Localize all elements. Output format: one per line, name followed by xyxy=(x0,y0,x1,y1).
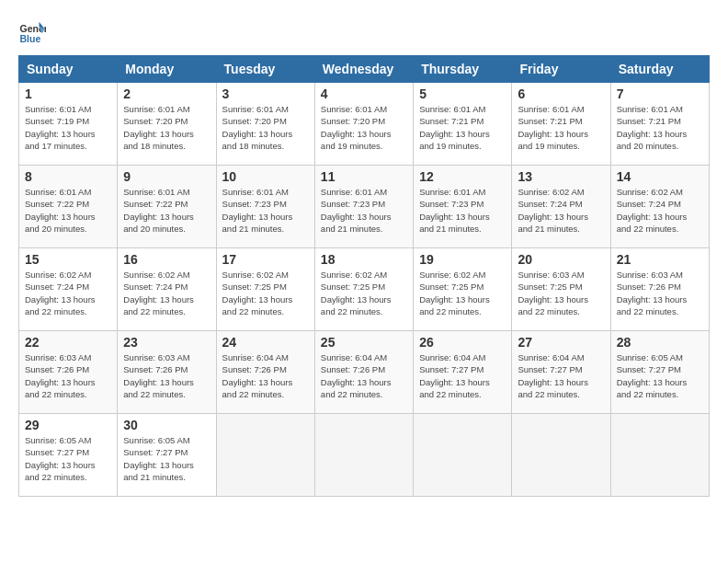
calendar-day-cell: 27 Sunrise: 6:04 AM Sunset: 7:27 PM Dayl… xyxy=(512,331,610,414)
calendar-day-cell: 3 Sunrise: 6:01 AM Sunset: 7:20 PM Dayli… xyxy=(216,83,314,166)
calendar-table: SundayMondayTuesdayWednesdayThursdayFrid… xyxy=(18,55,710,497)
page-header: General Blue xyxy=(18,18,710,46)
day-info: Sunrise: 6:01 AM Sunset: 7:21 PM Dayligh… xyxy=(419,103,506,152)
calendar-day-cell: 28 Sunrise: 6:05 AM Sunset: 7:27 PM Dayl… xyxy=(610,331,709,414)
day-number: 8 xyxy=(25,169,111,184)
calendar-day-cell: 21 Sunrise: 6:03 AM Sunset: 7:26 PM Dayl… xyxy=(610,248,709,331)
day-number: 23 xyxy=(123,335,210,350)
day-of-week-header: Thursday xyxy=(414,56,512,83)
day-info: Sunrise: 6:02 AM Sunset: 7:25 PM Dayligh… xyxy=(419,269,506,317)
calendar-week-row: 1 Sunrise: 6:01 AM Sunset: 7:19 PM Dayli… xyxy=(19,83,710,166)
day-info: Sunrise: 6:02 AM Sunset: 7:25 PM Dayligh… xyxy=(222,269,309,317)
day-info: Sunrise: 6:05 AM Sunset: 7:27 PM Dayligh… xyxy=(617,351,703,400)
day-of-week-header: Monday xyxy=(118,56,216,83)
day-of-week-header: Tuesday xyxy=(216,56,314,83)
calendar-day-cell: 8 Sunrise: 6:01 AM Sunset: 7:22 PM Dayli… xyxy=(19,166,118,248)
calendar-day-cell: 1 Sunrise: 6:01 AM Sunset: 7:19 PM Dayli… xyxy=(19,83,118,166)
day-info: Sunrise: 6:02 AM Sunset: 7:24 PM Dayligh… xyxy=(123,269,210,317)
day-info: Sunrise: 6:01 AM Sunset: 7:21 PM Dayligh… xyxy=(617,103,703,152)
calendar-day-cell xyxy=(414,414,512,497)
calendar-day-cell: 5 Sunrise: 6:01 AM Sunset: 7:21 PM Dayli… xyxy=(414,83,512,166)
calendar-day-cell: 6 Sunrise: 6:01 AM Sunset: 7:21 PM Dayli… xyxy=(512,83,610,166)
logo: General Blue xyxy=(18,18,46,46)
calendar-day-cell: 19 Sunrise: 6:02 AM Sunset: 7:25 PM Dayl… xyxy=(414,248,512,331)
day-of-week-header: Sunday xyxy=(19,56,118,83)
day-of-week-header: Wednesday xyxy=(314,56,413,83)
day-info: Sunrise: 6:05 AM Sunset: 7:27 PM Dayligh… xyxy=(123,434,210,483)
calendar-header-row: SundayMondayTuesdayWednesdayThursdayFrid… xyxy=(19,56,710,83)
day-info: Sunrise: 6:04 AM Sunset: 7:27 PM Dayligh… xyxy=(518,351,604,400)
day-info: Sunrise: 6:01 AM Sunset: 7:22 PM Dayligh… xyxy=(123,186,210,235)
calendar-day-cell: 4 Sunrise: 6:01 AM Sunset: 7:20 PM Dayli… xyxy=(314,83,413,166)
day-number: 28 xyxy=(617,335,703,350)
calendar-day-cell: 7 Sunrise: 6:01 AM Sunset: 7:21 PM Dayli… xyxy=(610,83,709,166)
logo-icon: General Blue xyxy=(18,18,46,46)
day-number: 17 xyxy=(222,252,309,267)
svg-text:Blue: Blue xyxy=(20,33,41,44)
calendar-day-cell: 30 Sunrise: 6:05 AM Sunset: 7:27 PM Dayl… xyxy=(118,414,216,497)
calendar-day-cell: 25 Sunrise: 6:04 AM Sunset: 7:26 PM Dayl… xyxy=(314,331,413,414)
day-info: Sunrise: 6:02 AM Sunset: 7:24 PM Dayligh… xyxy=(617,186,703,235)
day-number: 1 xyxy=(25,86,111,101)
day-number: 30 xyxy=(123,418,210,432)
calendar-day-cell xyxy=(314,414,413,497)
day-number: 6 xyxy=(518,86,604,101)
day-number: 25 xyxy=(321,335,407,350)
day-info: Sunrise: 6:02 AM Sunset: 7:24 PM Dayligh… xyxy=(25,269,111,317)
day-info: Sunrise: 6:03 AM Sunset: 7:26 PM Dayligh… xyxy=(123,351,210,400)
day-number: 20 xyxy=(518,252,604,267)
calendar-week-row: 29 Sunrise: 6:05 AM Sunset: 7:27 PM Dayl… xyxy=(19,414,710,497)
day-info: Sunrise: 6:03 AM Sunset: 7:26 PM Dayligh… xyxy=(617,269,703,317)
day-info: Sunrise: 6:04 AM Sunset: 7:26 PM Dayligh… xyxy=(222,351,309,400)
calendar-day-cell: 26 Sunrise: 6:04 AM Sunset: 7:27 PM Dayl… xyxy=(414,331,512,414)
day-number: 22 xyxy=(25,335,111,350)
day-number: 9 xyxy=(123,169,210,184)
calendar-day-cell: 23 Sunrise: 6:03 AM Sunset: 7:26 PM Dayl… xyxy=(118,331,216,414)
day-info: Sunrise: 6:02 AM Sunset: 7:24 PM Dayligh… xyxy=(518,186,604,235)
calendar-day-cell: 22 Sunrise: 6:03 AM Sunset: 7:26 PM Dayl… xyxy=(19,331,118,414)
day-info: Sunrise: 6:04 AM Sunset: 7:27 PM Dayligh… xyxy=(419,351,506,400)
day-info: Sunrise: 6:01 AM Sunset: 7:20 PM Dayligh… xyxy=(222,103,309,152)
day-number: 16 xyxy=(123,252,210,267)
day-number: 15 xyxy=(25,252,111,267)
day-info: Sunrise: 6:01 AM Sunset: 7:21 PM Dayligh… xyxy=(518,103,604,152)
calendar-day-cell xyxy=(216,414,314,497)
day-number: 3 xyxy=(222,86,309,101)
day-number: 12 xyxy=(419,169,506,184)
day-number: 21 xyxy=(617,252,703,267)
day-number: 5 xyxy=(419,86,506,101)
calendar-day-cell: 24 Sunrise: 6:04 AM Sunset: 7:26 PM Dayl… xyxy=(216,331,314,414)
day-info: Sunrise: 6:01 AM Sunset: 7:22 PM Dayligh… xyxy=(25,186,111,235)
day-info: Sunrise: 6:01 AM Sunset: 7:23 PM Dayligh… xyxy=(321,186,407,235)
day-number: 13 xyxy=(518,169,604,184)
calendar-day-cell xyxy=(610,414,709,497)
day-info: Sunrise: 6:05 AM Sunset: 7:27 PM Dayligh… xyxy=(25,434,111,483)
day-number: 7 xyxy=(617,86,703,101)
calendar-day-cell: 2 Sunrise: 6:01 AM Sunset: 7:20 PM Dayli… xyxy=(118,83,216,166)
calendar-day-cell: 12 Sunrise: 6:01 AM Sunset: 7:23 PM Dayl… xyxy=(414,166,512,248)
day-info: Sunrise: 6:01 AM Sunset: 7:23 PM Dayligh… xyxy=(222,186,309,235)
calendar-day-cell: 15 Sunrise: 6:02 AM Sunset: 7:24 PM Dayl… xyxy=(19,248,118,331)
day-info: Sunrise: 6:01 AM Sunset: 7:20 PM Dayligh… xyxy=(321,103,407,152)
day-number: 14 xyxy=(617,169,703,184)
calendar-day-cell: 29 Sunrise: 6:05 AM Sunset: 7:27 PM Dayl… xyxy=(19,414,118,497)
day-of-week-header: Saturday xyxy=(610,56,709,83)
calendar-day-cell: 11 Sunrise: 6:01 AM Sunset: 7:23 PM Dayl… xyxy=(314,166,413,248)
calendar-day-cell: 17 Sunrise: 6:02 AM Sunset: 7:25 PM Dayl… xyxy=(216,248,314,331)
calendar-day-cell: 18 Sunrise: 6:02 AM Sunset: 7:25 PM Dayl… xyxy=(314,248,413,331)
day-number: 11 xyxy=(321,169,407,184)
day-number: 24 xyxy=(222,335,309,350)
calendar-day-cell: 16 Sunrise: 6:02 AM Sunset: 7:24 PM Dayl… xyxy=(118,248,216,331)
day-info: Sunrise: 6:04 AM Sunset: 7:26 PM Dayligh… xyxy=(321,351,407,400)
day-number: 26 xyxy=(419,335,506,350)
calendar-day-cell: 10 Sunrise: 6:01 AM Sunset: 7:23 PM Dayl… xyxy=(216,166,314,248)
day-info: Sunrise: 6:02 AM Sunset: 7:25 PM Dayligh… xyxy=(321,269,407,317)
calendar-day-cell: 14 Sunrise: 6:02 AM Sunset: 7:24 PM Dayl… xyxy=(610,166,709,248)
calendar-day-cell: 20 Sunrise: 6:03 AM Sunset: 7:25 PM Dayl… xyxy=(512,248,610,331)
day-of-week-header: Friday xyxy=(512,56,610,83)
day-info: Sunrise: 6:01 AM Sunset: 7:20 PM Dayligh… xyxy=(123,103,210,152)
day-number: 29 xyxy=(25,418,111,432)
day-number: 27 xyxy=(518,335,604,350)
calendar-day-cell xyxy=(512,414,610,497)
calendar-day-cell: 9 Sunrise: 6:01 AM Sunset: 7:22 PM Dayli… xyxy=(118,166,216,248)
